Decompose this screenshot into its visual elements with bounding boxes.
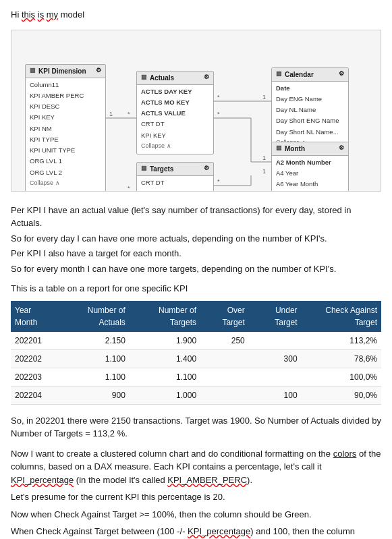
table-body: 202201 2.150 1.900 250 113,2% 202202 1.1… (11, 332, 381, 405)
field-org-lvl-2: ORG LVL 2 (30, 167, 101, 178)
svg-text:1: 1 (109, 111, 113, 117)
field-crt-dt-actuals: CRT DT (141, 119, 209, 130)
table-icon-calendar: ▦ (276, 69, 282, 79)
data-model-diagram: 1 * 1 * * 1 * 1 * 1 ▦ KPI Dimension ⚙ Co… (11, 30, 381, 192)
svg-text:*: * (217, 178, 220, 185)
cell-year-month-2: 202202 (11, 349, 59, 368)
svg-text:*: * (128, 111, 130, 117)
cell-year-month-1: 202201 (11, 332, 59, 350)
bottom-para-1: So, in 202201 there were 2150 transactio… (11, 414, 381, 441)
entity-targets-header: ▦ Targets ⚙ (137, 163, 213, 176)
word-this: this (22, 9, 35, 20)
svg-text:1: 1 (262, 168, 266, 175)
cell-actuals-2: 1.100 (59, 349, 130, 368)
field-actls-mo-key: ACTLS MO KEY (141, 97, 209, 108)
field-a4-year: A4 Year (276, 168, 344, 179)
para-2: So for every day I can have one more act… (11, 232, 381, 246)
col-header-over: Over Target (200, 301, 249, 332)
cell-over-4 (200, 386, 249, 404)
bottom-para-4: Now when Check Against Target >= 100%, t… (11, 508, 381, 521)
entity-kpi-dimension-body: Column11 KPI AMBER PERC KPI DESC KPI KEY… (26, 78, 105, 192)
entity-month-header: ▦ Month ⚙ (272, 142, 348, 156)
table-header-row: Year Month Number of Actuals Number of T… (11, 301, 381, 332)
entity-kpi-dimension-collapse[interactable]: Collapse ∧ (30, 178, 101, 189)
cell-targets-2: 1.400 (130, 349, 200, 368)
cell-under-1 (249, 332, 302, 350)
entity-kpi-dimension-title: KPI Dimension (38, 66, 86, 76)
field-kpi-desc: KPI DESC (30, 101, 101, 112)
field-org-lvl-1: ORG LVL 1 (30, 156, 101, 167)
bottom-para-2: Now I want to create a clustered column … (11, 447, 381, 487)
table-icon-month: ▦ (276, 144, 282, 153)
cell-targets-1: 1.900 (130, 332, 200, 350)
field-kpi-key-targets: KPI KEY (141, 188, 209, 192)
field-kpi-unit-type: KPI UNIT TYPE (30, 145, 101, 156)
entity-targets: ▦ Targets ⚙ CRT DT KPI KEY TRGT MO KEY T… (136, 162, 214, 192)
table-icon-targets: ▦ (141, 164, 147, 173)
cell-check-2: 78,6% (302, 349, 381, 368)
field-actls-value: ACTLS VALUE (141, 108, 209, 119)
kpi-percentage-ref: KPI_percentage (11, 475, 74, 485)
table-row: 202201 2.150 1.900 250 113,2% (11, 332, 381, 350)
field-date: Date (276, 83, 344, 94)
cell-targets-3: 1.100 (130, 368, 200, 386)
cell-targets-4: 1.000 (130, 386, 200, 404)
word-is: is (38, 9, 44, 20)
bottom-para-3: Let's presume for the current KPI this p… (11, 490, 381, 504)
field-day-short-nl-name: Day Short NL Name... (276, 127, 344, 138)
cell-actuals-4: 900 (59, 386, 130, 404)
cell-year-month-4: 202204 (11, 386, 59, 404)
entity-month-collapse[interactable]: Collapse ∧ (276, 190, 344, 191)
col-header-actuals: Number of Actuals (59, 301, 130, 332)
svg-text:1: 1 (262, 154, 266, 161)
entity-month-settings: ⚙ (339, 144, 344, 153)
field-kpi-key-actuals: KPI KEY (141, 130, 209, 141)
entity-calendar-header: ▦ Calendar ⚙ (272, 68, 348, 82)
entity-kpi-dimension: ▦ KPI Dimension ⚙ Column11 KPI AMBER PER… (25, 64, 106, 192)
para-1: Per KPI I have an actual value (let's sa… (11, 204, 381, 230)
entity-actuals-settings: ⚙ (204, 73, 209, 82)
kpi-data-table: Year Month Number of Actuals Number of T… (11, 301, 381, 405)
field-column11: Column11 (30, 80, 101, 90)
bottom-paragraphs: So, in 202201 there were 2150 transactio… (11, 414, 381, 540)
field-kpi-key: KPI KEY (30, 112, 101, 123)
entity-calendar-body: Date Day ENG Name Day NL Name Day Short … (272, 82, 348, 151)
para-4: So for every month I can have one more t… (11, 262, 381, 276)
cell-over-3 (200, 368, 249, 386)
entity-month-body: A2 Month Number A4 Year A6 Year Month Co… (272, 156, 348, 192)
field-crt-dt-targets: CRT DT (141, 177, 209, 188)
table-row: 202204 900 1.000 100 90,0% (11, 386, 381, 404)
table-row: 202202 1.100 1.400 300 78,6% (11, 349, 381, 368)
cell-under-2: 300 (249, 349, 302, 368)
table-intro: This is a table on a report for one spec… (11, 282, 381, 295)
svg-text:*: * (217, 111, 220, 117)
entity-kpi-dimension-header: ▦ KPI Dimension ⚙ (26, 65, 105, 78)
entity-actuals: ▦ Actuals ⚙ ACTLS DAY KEY ACTLS MO KEY A… (136, 71, 214, 155)
svg-text:*: * (128, 185, 130, 191)
entity-targets-body: CRT DT KPI KEY TRGT MO KEY TRGT VALUE Co… (137, 176, 213, 192)
word-my: my (47, 9, 58, 20)
svg-text:*: * (217, 94, 220, 101)
col-header-targets: Number of Targets (130, 301, 200, 332)
field-a2-month-number: A2 Month Number (276, 157, 344, 168)
entity-targets-title: Targets (150, 164, 173, 174)
cell-under-4: 100 (249, 386, 302, 404)
field-day-eng-name: Day ENG Name (276, 94, 344, 105)
field-day-nl-name: Day NL Name (276, 105, 344, 115)
entity-actuals-collapse[interactable]: Collapse ∧ (141, 141, 209, 152)
kpi-amber-perc-ref: KPI_AMBER_PERC (167, 475, 247, 485)
cell-actuals-1: 2.150 (59, 332, 130, 350)
table-icon: ▦ (30, 66, 36, 76)
entity-kpi-dimension-settings: ⚙ (96, 66, 101, 76)
entity-targets-settings: ⚙ (204, 164, 209, 173)
cell-over-1: 250 (200, 332, 249, 350)
field-kpi-type: KPI TYPE (30, 134, 101, 145)
field-kpi-amber: KPI AMBER PERC (30, 90, 101, 101)
entity-month: ▦ Month ⚙ A2 Month Number A4 Year A6 Yea… (271, 142, 349, 192)
field-a6-year-month: A6 Year Month (276, 179, 344, 190)
cell-check-1: 113,2% (302, 332, 381, 350)
svg-text:1: 1 (262, 94, 266, 101)
col-header-under: Under Target (249, 301, 302, 332)
bottom-para-5: When Check Against Target between (100 -… (11, 525, 381, 539)
para-3: Per KPI I also have a target for each mo… (11, 247, 381, 260)
